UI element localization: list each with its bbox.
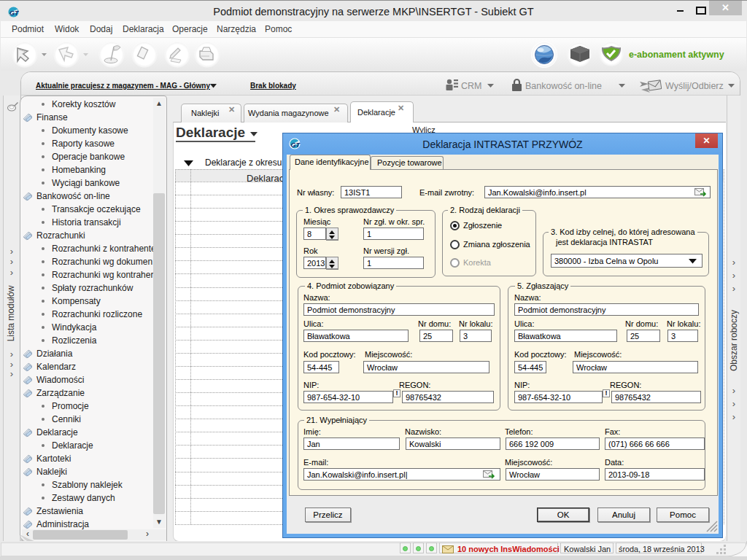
svg-text:GT: GT	[9, 9, 19, 17]
svg-text:CRM: CRM	[461, 81, 481, 91]
svg-text:Wyślij/Odbierz: Wyślij/Odbierz	[665, 81, 724, 91]
svg-text:e-abonament aktywny: e-abonament aktywny	[629, 50, 724, 60]
svg-text:Bankowość on-line: Bankowość on-line	[525, 81, 602, 91]
